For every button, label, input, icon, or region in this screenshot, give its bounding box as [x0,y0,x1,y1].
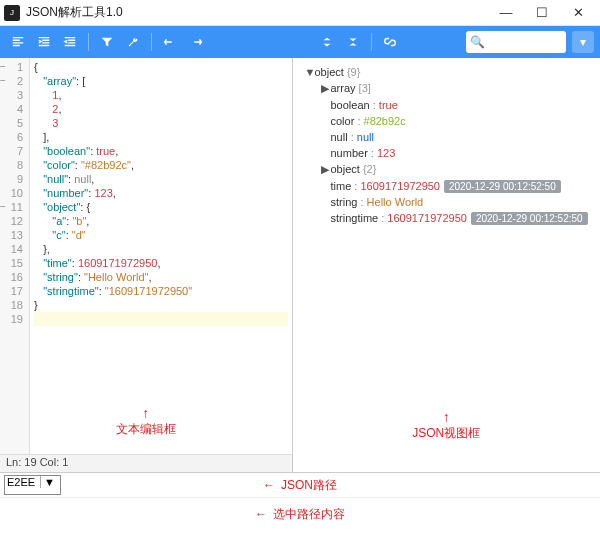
path-annotation: JSON路径 [263,477,337,494]
toolbar: 🔍 ▾ [0,26,600,58]
outdent-icon[interactable] [58,30,82,54]
close-button[interactable]: ✕ [560,0,596,26]
tree-node[interactable]: stringtime : 16091719729502020-12-29 00:… [301,210,593,226]
app-logo-icon: J [4,5,20,21]
tree-pane[interactable]: ▼object {9} ▶array [3] boolean : true co… [293,58,601,472]
tree-annotation: ↑ JSON视图框 [412,409,480,442]
search-options-button[interactable]: ▾ [572,31,594,53]
caret-icon[interactable]: ▼ [305,66,315,78]
tree-node[interactable]: ▶array [3] [301,80,593,97]
chevron-down-icon: ▼ [40,476,58,488]
content-annotation: 选中路径内容 [255,506,345,523]
search-icon: 🔍 [470,35,485,49]
redo-icon[interactable] [184,30,208,54]
titlebar: J JSON解析工具1.0 — ☐ ✕ [0,0,600,26]
tree-node[interactable]: color : #82b92c [301,113,593,129]
tree-node[interactable]: ▼object {9} [301,64,593,80]
wrench-icon[interactable] [121,30,145,54]
link-icon[interactable] [378,30,402,54]
filter-icon[interactable] [95,30,119,54]
tree-node[interactable]: string : Hello World [301,194,593,210]
caret-icon[interactable]: ▶ [321,163,331,176]
collapse-all-icon[interactable] [315,30,339,54]
undo-icon[interactable] [158,30,182,54]
expand-all-icon[interactable] [341,30,365,54]
search-input[interactable] [485,36,555,48]
caret-icon[interactable]: ▶ [321,82,331,95]
tree-node[interactable]: ▶object {2} [301,161,593,178]
line-gutter: 12345678910111213141516171819 [0,58,30,454]
bottom-panel: E2EE ▼ JSON路径 选中路径内容 [0,472,600,533]
path-content-row: 选中路径内容 [0,497,600,533]
arrow-up-icon: ↑ [412,409,480,425]
status-bar: Ln: 19 Col: 1 [0,454,292,472]
maximize-button[interactable]: ☐ [524,0,560,26]
path-dropdown[interactable]: E2EE ▼ [4,475,61,495]
minimize-button[interactable]: — [488,0,524,26]
json-path-row: E2EE ▼ JSON路径 [0,473,600,497]
editor-pane: 12345678910111213141516171819 { "array":… [0,58,293,472]
search-box[interactable]: 🔍 [466,31,566,53]
tree-node[interactable]: number : 123 [301,145,593,161]
dropdown-value: E2EE [7,476,37,488]
window-title: JSON解析工具1.0 [26,4,488,21]
tree-node[interactable]: time : 16091719729502020-12-29 00:12:52:… [301,178,593,194]
timestamp-badge: 2020-12-29 00:12:52:50 [444,180,561,193]
timestamp-badge: 2020-12-29 00:12:52:50 [471,212,588,225]
code-body[interactable]: { "array": [ 1, 2, 3 ], "boolean": true,… [30,58,292,454]
align-left-icon[interactable] [6,30,30,54]
tree-node[interactable]: null : null [301,129,593,145]
tree-node[interactable]: boolean : true [301,97,593,113]
code-editor[interactable]: 12345678910111213141516171819 { "array":… [0,58,292,454]
main-area: 12345678910111213141516171819 { "array":… [0,58,600,472]
indent-icon[interactable] [32,30,56,54]
